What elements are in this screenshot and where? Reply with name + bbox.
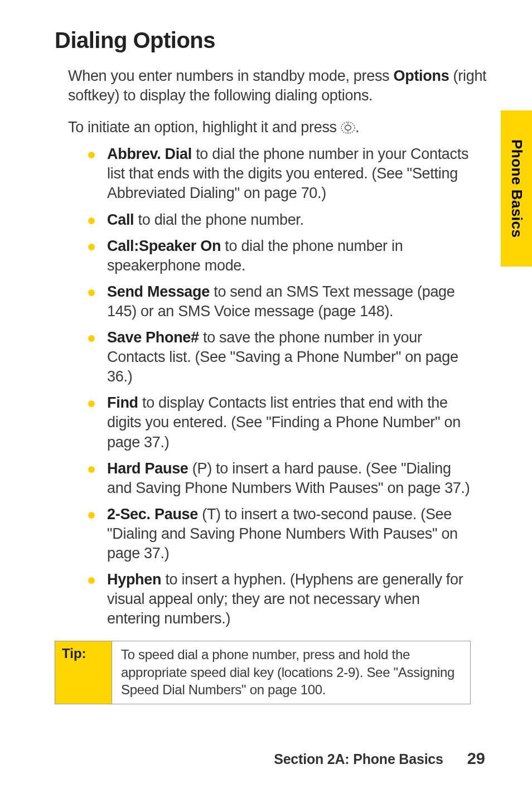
item-bold: Save Phone# — [107, 329, 199, 346]
item-bold: Call:Speaker On — [107, 238, 221, 254]
tip-box: Tip: To speed dial a phone number, press… — [55, 641, 471, 704]
list-item: Hard Pause (P) to insert a hard pause. (… — [88, 459, 476, 498]
initiate-paragraph: To initiate an option, highlight it and … — [68, 118, 487, 139]
item-bold: Hyphen — [107, 571, 161, 588]
side-tab: Phone Basics — [501, 110, 532, 267]
item-bold: 2-Sec. Pause — [107, 506, 198, 523]
list-item: Find to display Contacts list entries th… — [88, 393, 476, 452]
item-bold: Hard Pause — [107, 460, 188, 477]
initiate-post: . — [355, 119, 359, 136]
list-item: Call to dial the phone number. — [88, 210, 476, 230]
list-item: Call:Speaker On to dial the phone number… — [88, 236, 476, 275]
tip-label: Tip: — [55, 641, 112, 704]
item-bold: Send Message — [107, 283, 210, 300]
item-bold: Find — [107, 394, 138, 411]
list-item: Save Phone# to save the phone number in … — [88, 328, 476, 386]
list-item: Hyphen to insert a hyphen. (Hyphens are … — [88, 570, 476, 628]
item-text: to display Contacts list entries that en… — [107, 394, 461, 450]
intro-bold: Options — [394, 67, 449, 84]
list-item: Send Message to send an SMS Text message… — [88, 282, 476, 321]
footer-page-number: 29 — [467, 749, 485, 767]
list-item: Abbrev. Dial to dial the phone number in… — [88, 144, 476, 203]
list-item: 2-Sec. Pause (T) to insert a two-second … — [88, 505, 476, 563]
page-content: Dialing Options When you enter numbers i… — [0, 0, 532, 704]
center-key-icon — [341, 119, 355, 139]
side-tab-label: Phone Basics — [508, 139, 525, 238]
item-bold: Call — [107, 211, 134, 228]
intro-pre: When you enter numbers in standby mode, … — [68, 67, 394, 84]
options-list: Abbrev. Dial to dial the phone number in… — [88, 144, 476, 628]
svg-point-1 — [345, 125, 351, 130]
footer-section: Section 2A: Phone Basics — [274, 751, 443, 767]
page-heading: Dialing Options — [55, 28, 487, 53]
intro-paragraph: When you enter numbers in standby mode, … — [68, 66, 487, 105]
tip-text: To speed dial a phone number, press and … — [112, 641, 470, 704]
item-bold: Abbrev. Dial — [107, 146, 192, 162]
initiate-pre: To initiate an option, highlight it and … — [68, 119, 341, 136]
page-footer: Section 2A: Phone Basics 29 — [274, 749, 485, 768]
item-text: to dial the phone number. — [134, 211, 303, 228]
